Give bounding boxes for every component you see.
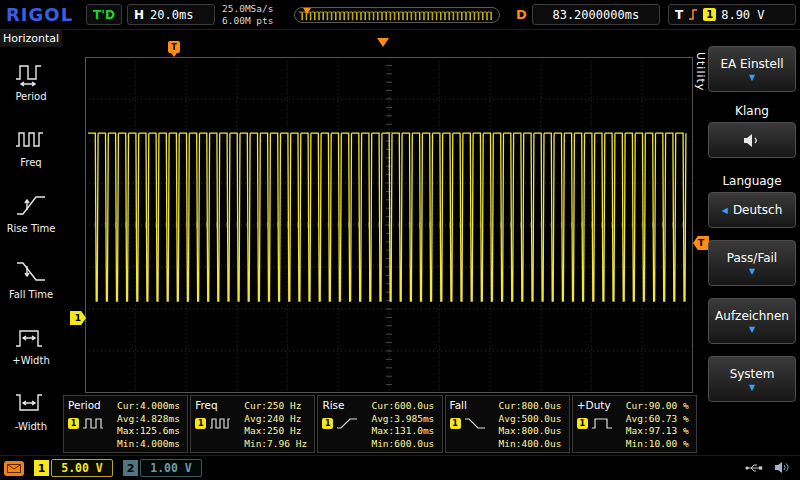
measurement-panel-freq: Freq 1 Cur:250 Hz Avg:240 Hz Max:250 Hz … [190, 395, 315, 453]
preview-position-marker-icon [303, 8, 311, 14]
menu-item-minus-width[interactable]: -Width [0, 377, 62, 443]
rise-waveform-icon [336, 416, 358, 430]
delay-value: 83.2000000ms [532, 4, 660, 25]
channel2-badge: 2 [123, 460, 138, 476]
menu-item-plus-width[interactable]: +Width [0, 311, 62, 377]
menu-item-period[interactable]: Period [0, 47, 62, 113]
measurement-label: Freq [195, 399, 241, 411]
freq-icon [14, 125, 48, 153]
measurement-panel-fall: Fall 1 Cur:800.0us Avg:500.0us Max:800.0… [445, 395, 570, 453]
menu-item-language[interactable]: Language ◀ Deutsch [708, 174, 796, 228]
measurement-avg: Avg:3.985ms [371, 413, 437, 426]
graticule [85, 57, 693, 393]
trigger-info[interactable]: T 1 8.90 V [668, 4, 796, 25]
trigger-position-flag-icon: T [168, 41, 180, 53]
channel-badge: 1 [577, 418, 588, 429]
fall-time-icon [14, 257, 48, 285]
measurement-min: Min:4.000ms [117, 438, 183, 451]
measurement-min: Min:10.00 % [626, 438, 692, 451]
menu-item-aufzeichnen[interactable]: Aufzeichnen ▼ [708, 298, 796, 344]
menu-item-label: Klang [708, 104, 796, 120]
left-menu-title: Horizontal [0, 30, 62, 47]
menu-item-label: +Width [12, 355, 49, 366]
measurement-max: Max:800.0us [499, 425, 565, 438]
chevron-down-icon: ▼ [749, 268, 755, 276]
notification-icon [4, 461, 24, 476]
menu-item-label: System [730, 367, 775, 381]
measurement-avg: Avg:60.73 % [626, 413, 692, 426]
menu-item-label: Fall Time [9, 289, 53, 300]
measurement-panel-period: Period 1 Cur:4.000ms Avg:4.828ms Max:125… [63, 395, 188, 453]
memory-depth: 6.00M pts [222, 15, 273, 27]
waveform-preview-bar [294, 7, 500, 23]
measurement-max: Max:131.0ms [371, 425, 437, 438]
rigol-logo: RIGOL [6, 4, 73, 25]
menu-item-klang[interactable]: Klang [708, 104, 796, 158]
channel-badge: 1 [195, 418, 206, 429]
measurement-avg: Avg:500.0us [499, 413, 565, 426]
chevron-down-icon: ▼ [749, 326, 755, 334]
speaker-icon [774, 459, 790, 478]
preview-waveform [295, 9, 499, 23]
menu-item-ea-einstell[interactable]: EA Einstell ▼ [708, 46, 796, 92]
channel1-scale: 5.00 V [51, 459, 113, 477]
channel1-status[interactable]: 1 5.00 V [34, 459, 113, 477]
menu-item-freq[interactable]: Freq [0, 113, 62, 179]
menu-item-label: Aufzeichnen [715, 309, 789, 323]
trigger-source-badge: 1 [703, 8, 716, 21]
waveform-display [85, 57, 693, 393]
menu-item-label: Language [708, 174, 796, 190]
menu-item-rise-time[interactable]: Rise Time [0, 179, 62, 245]
delay-readout: D 83.2000000ms [516, 4, 660, 25]
trigger-slope-icon [688, 8, 698, 21]
measurement-avg: Avg:4.828ms [117, 413, 183, 426]
measurement-min: Min:7.96 Hz [244, 438, 310, 451]
menu-item-label: Freq [20, 157, 41, 168]
horizontal-timebase-control[interactable]: H 20.0ms [127, 4, 215, 25]
menu-item-label: Pass/Fail [727, 251, 777, 265]
mute-speaker-icon [743, 133, 761, 148]
menu-item-pass-fail[interactable]: Pass/Fail ▼ [708, 240, 796, 286]
usb-icon [744, 459, 764, 478]
trigger-level-marker[interactable]: T [693, 236, 709, 250]
measurement-cur: Cur:800.0us [499, 400, 565, 413]
trigger-level-value: 8.90 V [721, 8, 764, 22]
menu-item-fall-time[interactable]: Fall Time [0, 245, 62, 311]
period-icon [14, 59, 48, 87]
waveform-trace [88, 133, 686, 301]
measurement-cur: Cur:4.000ms [117, 400, 183, 413]
channel1-offset-marker[interactable]: 1 [70, 311, 86, 325]
chevron-down-icon: ▼ [749, 74, 755, 82]
measurement-label: Fall [450, 399, 496, 411]
measurement-cur: Cur:600.0us [371, 400, 437, 413]
freq-waveform-icon [209, 416, 231, 430]
measurement-min: Min:600.0us [371, 438, 437, 451]
rise-time-icon [14, 191, 48, 219]
measurement-max: Max:250 Hz [244, 425, 310, 438]
channel-badge: 1 [68, 418, 79, 429]
measurement-min: Min:400.0us [499, 438, 565, 451]
horizontal-menu: Horizontal Period Freq Rise Time [0, 30, 62, 455]
measurement-avg: Avg:240 Hz [244, 413, 310, 426]
measurement-panel-duty: +Duty 1 Cur:90.00 % Avg:60.73 % Max:97.1… [572, 395, 697, 453]
horizontal-label: H [134, 8, 144, 22]
measurement-label: Rise [322, 399, 368, 411]
top-bar: RIGOL T'D H 20.0ms 25.0MSa/s 6.00M pts D… [0, 0, 800, 30]
utility-menu: EA Einstell ▼ Klang Language ◀ Deutsch P… [708, 46, 796, 414]
channel2-status[interactable]: 2 1.00 V [123, 459, 202, 477]
fall-waveform-icon [464, 416, 486, 430]
oscilloscope-screen: RIGOL T'D H 20.0ms 25.0MSa/s 6.00M pts D… [0, 0, 800, 480]
chevron-left-icon: ◀ [722, 206, 728, 215]
measurement-max: Max:125.6ms [117, 425, 183, 438]
acquisition-info: 25.0MSa/s 6.00M pts [222, 3, 273, 27]
period-waveform-icon [82, 416, 104, 430]
channel2-scale: 1.00 V [140, 459, 202, 477]
sample-rate: 25.0MSa/s [222, 3, 273, 15]
menu-item-system[interactable]: System ▼ [708, 356, 796, 402]
measurement-max: Max:97.13 % [626, 425, 692, 438]
trigger-label: T [675, 8, 683, 22]
menu-item-label: Period [15, 91, 46, 102]
duty-waveform-icon [591, 416, 613, 430]
measurement-cur: Cur:90.00 % [626, 400, 692, 413]
menu-item-label: Rise Time [7, 223, 56, 234]
